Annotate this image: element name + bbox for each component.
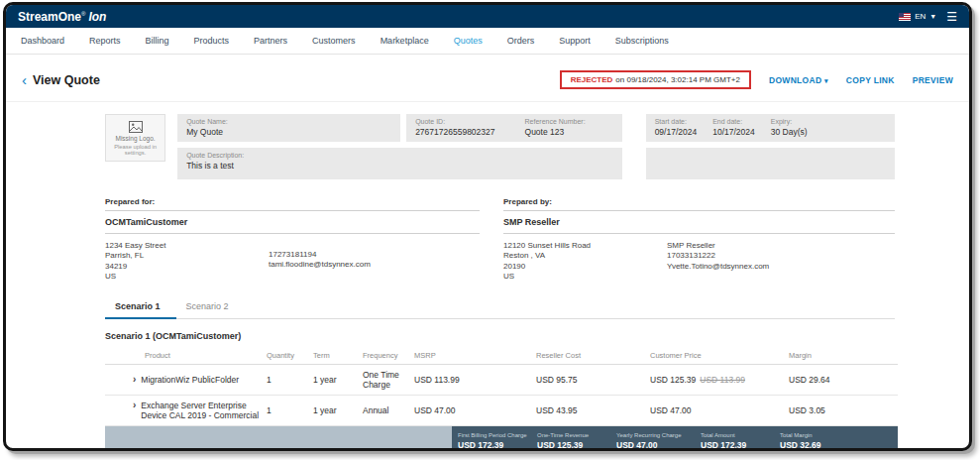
product-name: MigrationWiz PublicFolder xyxy=(141,375,239,385)
table-header-row: Product Quantity Term Frequency MSRP Res… xyxy=(105,347,898,365)
nav-item-quotes[interactable]: Quotes xyxy=(454,36,483,46)
language-label: EN xyxy=(915,12,926,21)
nav-item-reports[interactable]: Reports xyxy=(89,36,121,46)
page-header: ‹ View Quote REJECTED on 09/18/2024, 3:0… xyxy=(6,55,969,102)
image-placeholder-icon xyxy=(129,121,143,133)
quote-description-value: This is a test xyxy=(186,161,613,171)
quote-id-value: 27671726559802327 xyxy=(415,127,494,137)
address-line: 34219 xyxy=(105,262,269,272)
total-value: USD 125.39 xyxy=(537,440,616,450)
us-flag-icon xyxy=(899,13,911,21)
prepared-by-address: 12120 Sunset Hills Road Reston , VA 2019… xyxy=(503,241,667,283)
end-date-group: End date: 10/17/2024 xyxy=(712,118,755,138)
total-one-time-revenue: One-Time Revenue USD 125.39 xyxy=(537,432,616,450)
start-date-label: Start date: xyxy=(655,118,698,125)
old-price: USD 113.99 xyxy=(700,375,745,385)
end-date-label: End date: xyxy=(712,118,755,125)
total-yearly-recurring: Yearly Recurring Charge USD 47.00 xyxy=(616,432,701,450)
col-quantity: Quantity xyxy=(267,351,313,360)
total-amount: Total Amount USD 172.39 xyxy=(701,432,780,450)
quote-dates-field: Start date: 09/17/2024 End date: 10/17/2… xyxy=(646,114,895,142)
status-label: REJECTED xyxy=(571,75,613,84)
nav-item-support[interactable]: Support xyxy=(559,36,591,46)
email-address: Yvette.Totino@tdsynnex.com xyxy=(667,262,769,272)
phone-number: 17033131222 xyxy=(667,251,769,261)
reference-number-group: Reference Number: Quote 123 xyxy=(525,118,586,138)
tab-scenario-2[interactable]: Scenario 2 xyxy=(176,296,245,318)
msrp-cell: USD 47.00 xyxy=(414,405,536,415)
frequency-cell: Annual xyxy=(363,405,414,415)
quote-description-label: Quote Description: xyxy=(186,152,613,159)
term-cell: 1 year xyxy=(313,405,363,415)
language-selector[interactable]: EN ▼ xyxy=(899,12,936,21)
address-line: Parrish, FL xyxy=(105,251,269,261)
nav-item-dashboard[interactable]: Dashboard xyxy=(21,36,64,46)
col-reseller-cost: Reseller Cost xyxy=(536,351,650,360)
prepared-by-contact: SMP Reseller 17033131222 Yvette.Totino@t… xyxy=(667,241,769,283)
tab-scenario-1[interactable]: Scenario 1 xyxy=(105,296,176,319)
end-date-value: 10/17/2024 xyxy=(712,127,755,137)
nav-item-orders[interactable]: Orders xyxy=(507,36,535,46)
total-label: One-Time Revenue xyxy=(537,432,616,438)
reference-number-label: Reference Number: xyxy=(525,118,586,125)
nav-item-billing[interactable]: Billing xyxy=(146,36,169,46)
chevron-down-icon: ▾ xyxy=(824,77,828,84)
expand-chevron-icon[interactable]: › xyxy=(133,401,136,409)
quantity-cell: 1 xyxy=(267,375,313,385)
quote-id-ref-field: Quote ID: 27671726559802327 Reference Nu… xyxy=(406,114,622,142)
customer-price: USD 47.00 xyxy=(650,405,692,415)
nav-item-customers[interactable]: Customers xyxy=(312,36,356,46)
address-line: 1234 Easy Street xyxy=(105,241,269,251)
product-name: Exchange Server Enterprise Device CAL 20… xyxy=(141,401,261,420)
prepared-for-column: Prepared for: OCMTamiCustomer 1234 Easy … xyxy=(105,197,480,283)
start-date-value: 09/17/2024 xyxy=(655,127,698,137)
menu-icon[interactable]: ☰ xyxy=(946,11,957,23)
prepared-by-name: SMP Reseller xyxy=(503,211,895,234)
customer-price: USD 125.39 xyxy=(650,375,696,385)
reference-number-value: Quote 123 xyxy=(525,127,586,137)
quote-id-label: Quote ID: xyxy=(415,118,494,125)
download-button[interactable]: DOWNLOAD ▾ xyxy=(769,75,828,85)
total-first-billing: First Billing Period Charge USD 172.39 xyxy=(458,432,537,450)
table-row[interactable]: › MigrationWiz PublicFolder 1 1 year One… xyxy=(105,365,898,396)
nav-item-subscriptions[interactable]: Subscriptions xyxy=(615,36,669,46)
col-customer-price: Customer Price xyxy=(650,351,789,360)
expiry-value: 30 Day(s) xyxy=(771,127,808,137)
prepared-by-heading: Prepared by: xyxy=(503,197,895,211)
totals-bar: First Billing Period Charge USD 172.39 O… xyxy=(105,426,898,451)
app-window: StreamOne®Ion EN ▼ ☰ Dashboard Reports B… xyxy=(3,2,972,451)
total-label: First Billing Period Charge xyxy=(458,432,537,438)
brand-product: Ion xyxy=(88,10,106,24)
status-badge: REJECTED on 09/18/2024, 3:02:14 PM GMT+2 xyxy=(560,70,751,89)
prepared-for-details: 1234 Easy Street Parrish, FL 34219 US 17… xyxy=(105,234,480,283)
col-frequency: Frequency xyxy=(363,351,414,360)
table-row[interactable]: › Exchange Server Enterprise Device CAL … xyxy=(105,396,898,426)
nav-item-partners[interactable]: Partners xyxy=(254,36,287,46)
missing-logo-placeholder[interactable]: Missing Logo. Please upload in settings. xyxy=(105,114,165,162)
total-value: USD 172.39 xyxy=(458,440,537,450)
col-term: Term xyxy=(313,351,363,360)
col-margin: Margin xyxy=(789,351,898,360)
brand-registered-mark: ® xyxy=(81,11,85,17)
customer-price-cell: USD 125.39USD 113.99 xyxy=(650,375,789,385)
back-chevron-icon[interactable]: ‹ xyxy=(22,75,27,85)
prepared-for-name: OCMTamiCustomer xyxy=(105,211,480,234)
nav-item-marketplace[interactable]: Marketplace xyxy=(381,36,429,46)
total-label: Total Margin xyxy=(780,432,898,438)
term-cell: 1 year xyxy=(313,375,363,385)
quote-fields-left: Quote Name: My Quote Quote ID: 276717265… xyxy=(177,114,622,179)
copy-link-button[interactable]: COPY LINK xyxy=(846,75,895,85)
quote-name-label: Quote Name: xyxy=(186,118,391,125)
address-line: 12120 Sunset Hills Road xyxy=(503,241,667,251)
expand-chevron-icon[interactable]: › xyxy=(133,375,136,384)
product-cell: › MigrationWiz PublicFolder xyxy=(105,375,267,385)
reseller-cost-cell: USD 43.95 xyxy=(536,405,650,415)
contact-name: SMP Reseller xyxy=(667,241,769,251)
quote-table: Product Quantity Term Frequency MSRP Res… xyxy=(105,347,898,426)
header-actions: REJECTED on 09/18/2024, 3:02:14 PM GMT+2… xyxy=(560,70,953,89)
prepared-for-address: 1234 Easy Street Parrish, FL 34219 US xyxy=(105,241,269,283)
total-value: USD 32.69 xyxy=(780,440,898,450)
total-label: Yearly Recurring Charge xyxy=(616,432,701,438)
nav-item-products[interactable]: Products xyxy=(194,36,230,46)
preview-button[interactable]: PREVIEW xyxy=(913,75,953,85)
